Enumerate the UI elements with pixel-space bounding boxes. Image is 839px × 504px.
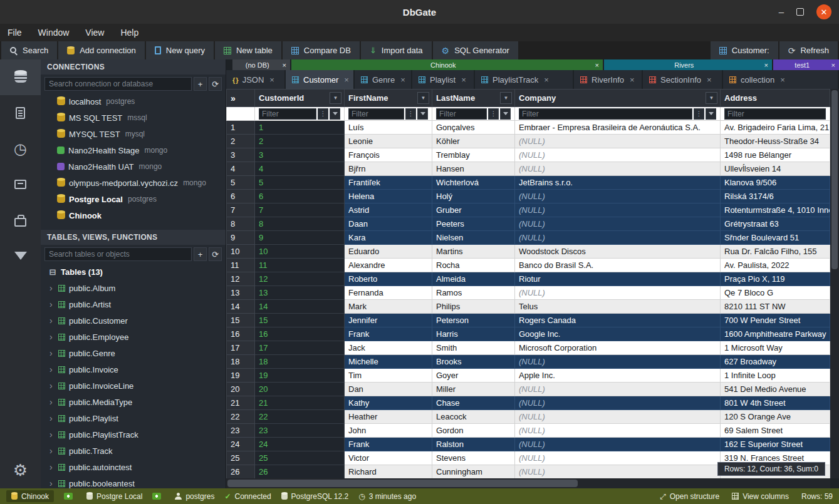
tab-close-icon[interactable]: × [831,61,835,69]
close-button[interactable]: ✕ [816,4,831,19]
cell-company[interactable]: (NULL) [515,410,721,424]
row-number[interactable]: 15 [227,314,255,327]
filter-input-lastname[interactable] [436,108,487,120]
cell-lastname[interactable]: Ralston [432,438,515,451]
cell-address[interactable]: Qe 7 Bloco G [721,286,830,300]
cell-company[interactable]: (NULL) [515,396,721,410]
column-header-lastname[interactable]: LastName▼ [432,90,515,107]
funnel-icon[interactable] [500,108,511,120]
cell-firstname[interactable]: Richard [345,465,432,479]
file-tab[interactable]: Customer × [286,70,355,89]
cell-firstname[interactable]: François [345,148,432,162]
cell-firstname[interactable]: Frank [345,327,432,341]
db-tab-rivers[interactable]: Rivers × [604,59,772,70]
row-number[interactable]: 7 [227,203,255,217]
cell-lastname[interactable]: Ramos [432,286,515,300]
cell-address[interactable]: Av. Paulista, 2022 [721,259,830,272]
refresh-connections-button[interactable]: ⟳ [209,77,222,91]
table-list-item[interactable]: › public.PlaylistTrack [41,426,226,443]
cell-firstname[interactable]: Daan [345,217,432,231]
table-row[interactable]: 8 8 Daan Peeters (NULL) Grétrystraat 63 [227,217,830,231]
cell-address[interactable]: 69 Salem Street [721,424,830,438]
cell-company[interactable]: JetBrains s.r.o. [515,176,721,190]
cell-address[interactable]: Rotenturmstraße 4, 1010 Innere Stadt [721,203,830,217]
cell-customerid[interactable]: 7 [255,203,345,217]
cell-lastname[interactable]: Brooks [432,355,515,369]
statusbar-item[interactable]: Postgre Local [86,492,142,501]
chevron-right-icon[interactable]: › [50,332,55,342]
toolbar-button[interactable]: Add connection [58,41,145,59]
cell-address[interactable]: 1498 rue Bélanger [721,148,830,162]
table-list-item[interactable]: › public.Genre [41,345,226,361]
row-number[interactable]: 1 [227,121,255,135]
row-number[interactable]: 21 [227,396,255,410]
file-tab[interactable]: Genre × [355,70,412,89]
table-row[interactable]: 12 12 Roberto Almeida Riotur Praça Pio X… [227,272,830,286]
table-row[interactable]: 5 5 Frantiľek Wichterlová JetBrains s.r.… [227,176,830,190]
cell-firstname[interactable]: Frank [345,438,432,451]
cell-company[interactable]: (NULL) [515,383,721,396]
grid-horizontal-scrollbar[interactable] [226,478,830,488]
column-header-customerid[interactable]: CustomerId▼ [255,90,345,107]
cell-firstname[interactable]: Dan [345,383,432,396]
add-connection-icon-button[interactable]: + [194,77,207,91]
funnel-icon[interactable] [330,108,340,120]
tab-close-icon[interactable]: × [269,75,274,85]
table-row[interactable]: 11 11 Alexandre Rocha Banco do Brasil S.… [227,259,830,272]
cell-address[interactable]: 8210 111 ST NW [721,300,830,314]
row-number[interactable]: 3 [227,148,255,162]
tab-close-icon[interactable]: × [283,61,286,69]
file-tab[interactable]: Playlist × [412,70,475,89]
cell-customerid[interactable]: 24 [255,438,345,451]
activity-bar-item[interactable] [0,59,41,95]
statusbar-item[interactable]: postgres [175,492,214,501]
db-tab-no-db[interactable]: (no DB) × [232,59,290,70]
cell-firstname[interactable]: Alexandre [345,259,432,272]
cell-address[interactable]: 120 S Orange Ave [721,410,830,424]
tab-close-icon[interactable]: × [344,75,349,85]
table-list-item[interactable]: › public.Artist [41,296,226,312]
cell-customerid[interactable]: 11 [255,259,345,272]
cell-company[interactable]: Telus [515,300,721,314]
cell-company[interactable]: Woodstock Discos [515,245,721,259]
scrollbar-thumb[interactable] [227,480,578,487]
file-tab[interactable]: PlaylistTrack × [475,70,574,89]
cell-company[interactable]: (NULL) [515,424,721,438]
refresh-tables-button[interactable]: ⟳ [209,247,222,261]
cell-customerid[interactable]: 1 [255,121,345,135]
connection-item[interactable]: ⊟ MS SQL TEST mssql [41,110,226,126]
table-row[interactable]: 19 19 Tim Goyer Apple Inc. 1 Infinite Lo… [227,369,830,383]
cell-company[interactable]: (NULL) [515,438,721,451]
activity-bar-item[interactable] [0,131,41,167]
statusbar-item[interactable]: View columns [732,492,789,501]
connection-item[interactable]: ⊟ olympus-medportal.vychozi.cz mongo [41,175,226,191]
cell-address[interactable]: 1600 Amphitheatre Parkway [721,327,830,341]
chevron-right-icon[interactable]: › [50,364,55,374]
connection-item[interactable]: ⊟ Postgre Local postgres [41,191,226,207]
cell-firstname[interactable]: Jack [345,341,432,355]
tab-close-icon[interactable]: × [707,75,712,85]
filter-input-address[interactable] [724,108,826,120]
cell-address[interactable]: Rilská 3174/6 [721,190,830,203]
cell-firstname[interactable]: Tim [345,369,432,383]
table-row[interactable]: 17 17 Jack Smith Microsoft Corporation 1… [227,341,830,355]
chevron-right-icon[interactable]: › [50,429,55,440]
cell-lastname[interactable]: Cunningham [432,465,515,479]
expand-all-button[interactable]: » [227,90,255,107]
cell-customerid[interactable]: 15 [255,314,345,327]
cell-lastname[interactable]: Hansen [432,162,515,176]
connection-item[interactable]: ⊟ Nano2Health UAT mongo [41,158,226,175]
cell-customerid[interactable]: 14 [255,300,345,314]
statusbar-item[interactable]: Rows: 59 [801,492,833,501]
cell-firstname[interactable]: Jennifer [345,314,432,327]
table-row[interactable]: 3 3 François Tremblay (NULL) 1498 rue Bé… [227,148,830,162]
file-tab[interactable]: RiverInfo × [574,70,643,89]
toolbar-button[interactable]: New query [146,41,214,59]
grid-vertical-scrollbar[interactable] [830,89,839,478]
cell-address[interactable]: Theodor-Heuss-Straße 34 [721,135,830,148]
connections-search-input[interactable] [44,77,192,91]
cell-lastname[interactable]: Rocha [432,259,515,272]
cell-customerid[interactable]: 21 [255,396,345,410]
row-number[interactable]: 17 [227,341,255,355]
filter-menu-icon[interactable]: ⋮ [488,108,499,120]
